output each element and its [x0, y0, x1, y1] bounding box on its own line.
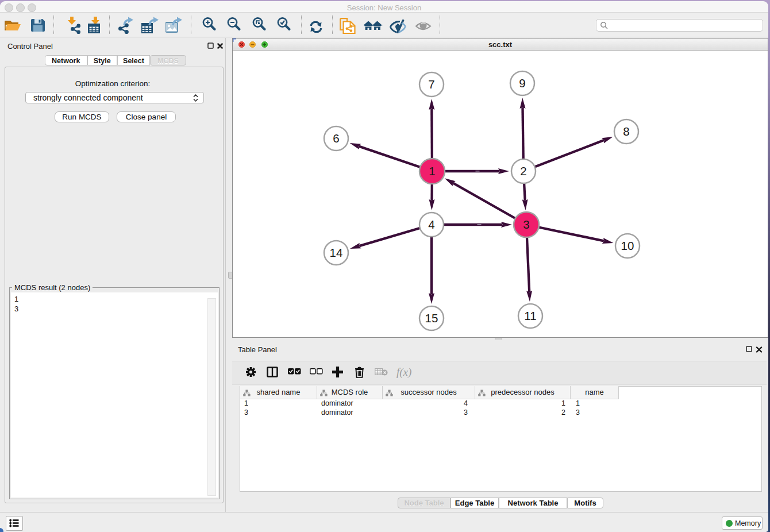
- svg-text:15: 15: [425, 311, 438, 325]
- svg-text:6: 6: [333, 132, 339, 145]
- svg-text:1: 1: [429, 164, 435, 178]
- svg-text:2: 2: [520, 164, 526, 178]
- svg-text:8: 8: [623, 125, 629, 138]
- svg-text:10: 10: [621, 239, 634, 252]
- svg-text:3: 3: [523, 218, 529, 231]
- svg-text:14: 14: [330, 246, 343, 259]
- svg-text:7: 7: [428, 78, 434, 91]
- svg-text:9: 9: [519, 76, 525, 90]
- svg-text:11: 11: [524, 309, 536, 322]
- svg-text:4: 4: [428, 218, 434, 231]
